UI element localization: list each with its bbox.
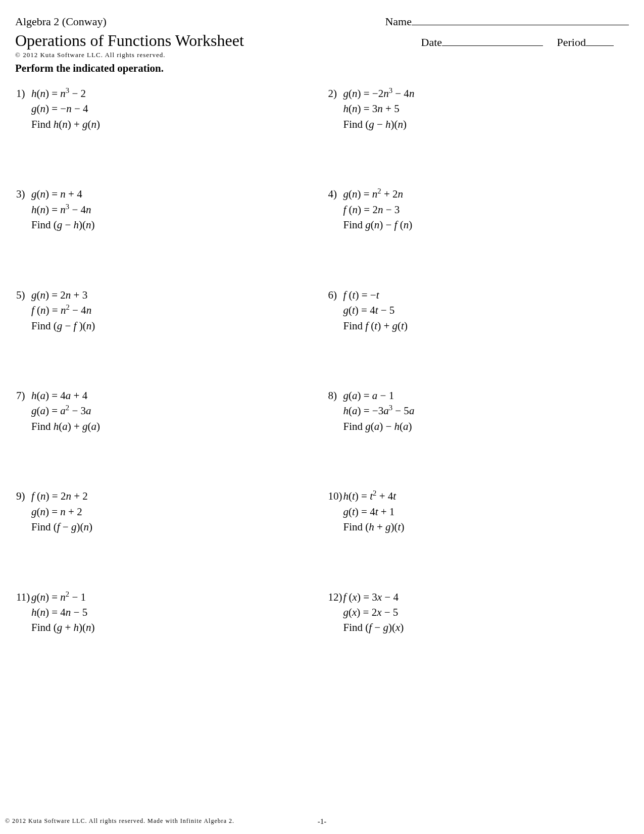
problem-1: 1) h(n) = n3 − 2 g(n) = −n − 4 Find h(n)…: [15, 86, 317, 132]
date-blank-line: [442, 45, 543, 46]
copyright-line: © 2012 Kuta Software LLC. All rights res…: [15, 51, 629, 59]
problem-12: 12) f (x) = 3x − 4 g(x) = 2x − 5 Find (f…: [327, 590, 629, 635]
problem-number: 1): [16, 86, 31, 101]
problem-number: 9): [16, 488, 31, 504]
problem-line: g(a) = a − 1: [343, 389, 394, 402]
problem-find: Find f (t) + g(t): [343, 320, 408, 332]
name-label: Name: [385, 15, 412, 28]
problems-grid: 1) h(n) = n3 − 2 g(n) = −n − 4 Find h(n)…: [15, 86, 629, 635]
problem-7: 7) h(a) = 4a + 4 g(a) = a2 − 3a Find h(a…: [15, 388, 317, 434]
problem-number: 8): [328, 388, 343, 403]
problem-line: g(x) = 2x − 5: [343, 606, 399, 618]
problem-line: h(t) = t2 + 4t: [343, 490, 397, 502]
problem-line: g(t) = 4t + 1: [343, 506, 395, 518]
problem-line: g(a) = a2 − 3a: [31, 405, 91, 417]
page-number: -1-: [318, 817, 327, 826]
problem-find: Find (h + g)(t): [343, 521, 405, 533]
instruction-text: Perform the indicated operation.: [15, 62, 629, 75]
problem-find: Find (f − g)(x): [343, 621, 404, 633]
problem-line: h(n) = 3n + 5: [343, 103, 400, 115]
problem-line: g(n) = n2 − 1: [31, 591, 86, 603]
date-label: Date: [421, 36, 442, 48]
period-blank-line: [586, 45, 614, 46]
problem-number: 11): [16, 590, 31, 605]
problem-line: g(t) = 4t − 5: [343, 304, 395, 316]
problem-11: 11) g(n) = n2 − 1 h(n) = 4n − 5 Find (g …: [15, 590, 317, 635]
problem-find: Find (f − g)(n): [31, 521, 92, 533]
problem-4: 4) g(n) = n2 + 2n f (n) = 2n − 3 Find g(…: [327, 186, 629, 232]
problem-find: Find (g − h)(n): [343, 118, 407, 130]
problem-10: 10) h(t) = t2 + 4t g(t) = 4t + 1 Find (h…: [327, 488, 629, 534]
period-label: Period: [557, 36, 586, 48]
problem-line: f (t) = −t: [343, 289, 379, 301]
problem-line: g(n) = n + 4: [31, 188, 82, 200]
problem-line: h(n) = n3 − 2: [31, 87, 86, 100]
page-footer: © 2012 Kuta Software LLC. All rights res…: [5, 817, 639, 825]
name-field: Name: [385, 15, 629, 28]
name-blank-line: [412, 25, 629, 25]
date-period-fields: Date Period: [421, 36, 614, 49]
worksheet-title: Operations of Functions Worksheet: [15, 31, 244, 50]
problem-number: 6): [328, 287, 343, 303]
problem-number: 12): [328, 590, 343, 605]
problem-line: h(n) = 4n − 5: [31, 606, 87, 618]
problem-8: 8) g(a) = a − 1 h(a) = −3a3 − 5a Find g(…: [327, 388, 629, 434]
footer-copyright: © 2012 Kuta Software LLC. All rights res…: [5, 817, 234, 825]
problem-line: g(n) = −2n3 − 4n: [343, 87, 415, 100]
problem-number: 4): [328, 186, 343, 202]
problem-line: f (n) = n2 − 4n: [31, 304, 91, 316]
problem-find: Find (g − h)(n): [31, 219, 95, 231]
problem-find: Find (g − f )(n): [31, 320, 95, 332]
problem-number: 10): [328, 488, 343, 504]
problem-5: 5) g(n) = 2n + 3 f (n) = n2 − 4n Find (g…: [15, 287, 317, 333]
problem-line: h(a) = −3a3 − 5a: [343, 405, 415, 417]
problem-line: g(n) = n2 + 2n: [343, 188, 404, 200]
problem-6: 6) f (t) = −t g(t) = 4t − 5 Find f (t) +…: [327, 287, 629, 333]
problem-find: Find h(a) + g(a): [31, 420, 100, 432]
header-top-row: Algebra 2 (Conway) Name: [15, 15, 629, 28]
problem-line: f (x) = 3x − 4: [343, 591, 399, 603]
title-row: Operations of Functions Worksheet Date P…: [15, 31, 629, 50]
problem-number: 3): [16, 186, 31, 202]
problem-number: 5): [16, 287, 31, 303]
problem-find: Find g(n) − f (n): [343, 219, 413, 231]
problem-line: f (n) = 2n + 2: [31, 490, 88, 502]
problem-find: Find h(n) + g(n): [31, 118, 100, 130]
problem-line: g(n) = −n − 4: [31, 103, 88, 115]
problem-number: 2): [328, 86, 343, 101]
problem-number: 7): [16, 388, 31, 403]
course-label: Algebra 2 (Conway): [15, 15, 107, 28]
problem-3: 3) g(n) = n + 4 h(n) = n3 − 4n Find (g −…: [15, 186, 317, 232]
problem-line: f (n) = 2n − 3: [343, 204, 400, 216]
problem-line: h(n) = n3 − 4n: [31, 204, 91, 216]
problem-2: 2) g(n) = −2n3 − 4n h(n) = 3n + 5 Find (…: [327, 86, 629, 132]
problem-9: 9) f (n) = 2n + 2 g(n) = n + 2 Find (f −…: [15, 488, 317, 534]
problem-line: g(n) = n + 2: [31, 506, 82, 518]
problem-find: Find g(a) − h(a): [343, 420, 412, 432]
problem-line: g(n) = 2n + 3: [31, 289, 87, 301]
problem-find: Find (g + h)(n): [31, 621, 95, 633]
problem-line: h(a) = 4a + 4: [31, 389, 87, 402]
